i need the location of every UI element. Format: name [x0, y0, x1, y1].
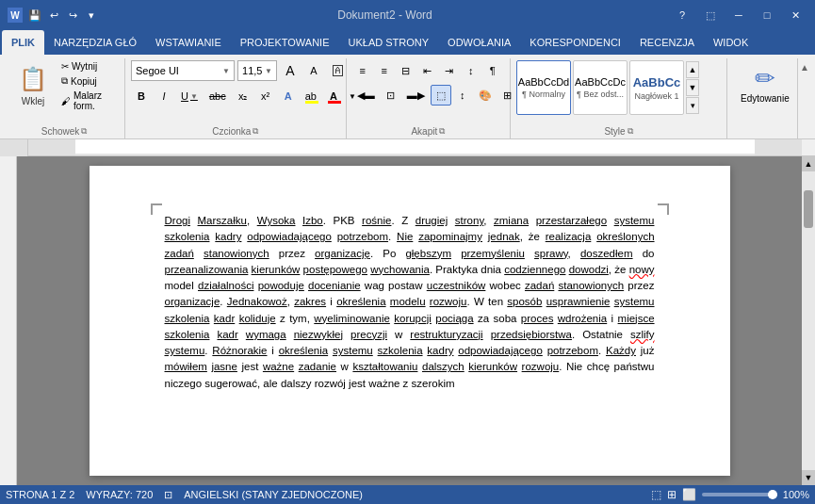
restore-btn[interactable]: □ [755, 3, 779, 27]
copy-label: Kopiuj [71, 76, 97, 87]
tab-wstawianie[interactable]: WSTAWIANIE [146, 30, 231, 55]
vertical-scrollbar[interactable]: ▲ ▼ [802, 156, 815, 485]
styles-scroll-down[interactable]: ▼ [686, 79, 699, 96]
scroll-up-btn[interactable]: ▲ [802, 156, 815, 171]
paragraph-expand-icon[interactable]: ⧉ [439, 126, 445, 137]
style-no-spacing[interactable]: AaBbCcDc ¶ Bez odst... [573, 60, 628, 115]
vertical-ruler[interactable] [0, 156, 17, 485]
paste-button[interactable]: 📋 Wklej [9, 60, 57, 108]
styles-expand-icon[interactable]: ⧉ [628, 126, 633, 137]
tab-korespondencja[interactable]: KORESPONDENCI [520, 30, 630, 55]
help-btn[interactable]: ? [670, 3, 694, 27]
line-spacing-btn[interactable]: ↕ [452, 85, 473, 106]
word-systemu4: systemu [333, 345, 373, 356]
cut-button[interactable]: ✂ Wytnij [58, 60, 119, 73]
word-wdrozenia: wdrożenia [558, 313, 607, 324]
text-effects-btn[interactable]: A [278, 86, 299, 106]
superscript-button[interactable]: x² [255, 86, 276, 106]
scroll-thumb[interactable] [804, 190, 813, 228]
language-display[interactable]: ANGIELSKI (STANY ZJEDNOCZONE) [184, 489, 363, 500]
ribbon-collapse-btn[interactable]: ▲ [798, 58, 811, 138]
underline-button[interactable]: U ▼ [176, 86, 203, 106]
zoom-level[interactable]: 100% [783, 489, 809, 500]
document-text[interactable]: Drogi Marszałku, Wysoka Izbo. PKB rośnie… [165, 213, 655, 392]
shading-btn[interactable]: 🎨 [474, 85, 497, 106]
copy-icon: ⧉ [61, 75, 68, 87]
view-full-btn[interactable]: ⊞ [667, 488, 676, 501]
style-heading1[interactable]: AaBbCc Nagłówek 1 [629, 60, 684, 115]
document-scroll-area[interactable]: Drogi Marszałku, Wysoka Izbo. PKB rośnie… [17, 156, 802, 485]
format-painter-button[interactable]: 🖌 Malarz form. [58, 89, 119, 112]
word-wyeliminowanie: wyeliminowanie [314, 313, 390, 324]
increase-font-size-btn[interactable]: A [280, 60, 301, 81]
font-expand-icon[interactable]: ⧉ [253, 126, 258, 137]
tab-recenzja[interactable]: RECENZJA [630, 30, 704, 55]
word-izbo: Izbo [302, 215, 323, 226]
zoom-slider[interactable] [702, 493, 777, 496]
numbering-btn[interactable]: ≡ [374, 60, 395, 81]
close-btn[interactable]: ✕ [783, 3, 807, 27]
font-size-selector[interactable]: 11,5 ▼ [237, 60, 277, 81]
copy-button[interactable]: ⧉ Kopiuj [58, 74, 119, 88]
word-precyzji: precyzji [350, 329, 387, 340]
align-left-btn[interactable]: ◀▬ [352, 85, 380, 106]
paste-icon: 📋 [18, 62, 48, 96]
font-color-btn[interactable]: A [323, 86, 344, 106]
clipboard-group-label: Schowek ⧉ [9, 124, 119, 137]
word-proces: proces [521, 313, 554, 324]
decrease-font-size-btn[interactable]: A [303, 60, 324, 81]
scroll-track[interactable] [802, 171, 815, 470]
view-print-btn[interactable]: ⬚ [651, 488, 661, 501]
bold-button[interactable]: B [131, 86, 152, 106]
font-name-selector[interactable]: Segoe UI ▼ [131, 60, 235, 81]
word-zmiana: zmiana [494, 215, 529, 226]
collapse-arrow-icon[interactable]: ▲ [800, 62, 809, 73]
decrease-indent-btn[interactable]: ⇤ [417, 60, 438, 81]
tab-narzedzia[interactable]: NARZĘDZIA GŁÓ [44, 30, 146, 55]
align-right-btn[interactable]: ▬▶ [402, 85, 430, 106]
clear-formatting-btn[interactable]: 🄰 [327, 60, 348, 81]
minimize-btn[interactable]: ─ [726, 3, 751, 27]
align-center-btn[interactable]: ⊡ [381, 85, 401, 106]
quick-access-dropdown[interactable]: ▾ [83, 7, 100, 24]
editing-button[interactable]: ✏ Edytowanie [733, 60, 797, 107]
styles-scroll-up[interactable]: ▲ [686, 61, 699, 78]
ruler-horizontal[interactable] [28, 139, 802, 156]
word-przeanalizowania: przeanalizowania [165, 264, 249, 275]
tab-uklad-strony[interactable]: UKŁAD STRONY [339, 30, 439, 55]
zoom-thumb[interactable] [768, 490, 777, 499]
tab-odwolania[interactable]: ODWOŁANIA [438, 30, 520, 55]
ribbon-display-btn[interactable]: ⬚ [698, 3, 723, 27]
ruler-left-margin [28, 139, 75, 155]
text-highlight-btn[interactable]: ab [301, 86, 321, 106]
show-formatting-btn[interactable]: ¶ [482, 60, 503, 81]
tab-projektowanie[interactable]: PROJEKTOWANIE [231, 30, 339, 55]
scroll-down-btn[interactable]: ▼ [802, 470, 815, 485]
italic-button[interactable]: I [154, 86, 174, 106]
undo-quick-btn[interactable]: ↩ [45, 7, 62, 24]
strikethrough-button[interactable]: abc [204, 86, 231, 106]
editing-group: ✏ Edytowanie [727, 58, 798, 138]
sort-btn[interactable]: ↕ [461, 60, 481, 81]
styles-expand-btn[interactable]: ▾ [686, 97, 699, 114]
page-indicator[interactable]: STRONA 1 Z 2 [6, 489, 74, 500]
tab-plik[interactable]: PLIK [2, 30, 44, 55]
bullets-btn[interactable]: ≡ [352, 60, 373, 81]
clipboard-expand-icon[interactable]: ⧉ [81, 126, 87, 137]
word-modelu: modelu [390, 296, 426, 307]
words-count[interactable]: WYRAZY: 720 [86, 489, 153, 500]
increase-indent-btn[interactable]: ⇥ [439, 60, 460, 81]
clipboard-sub-buttons: ✂ Wytnij ⧉ Kopiuj 🖌 Malarz form. [58, 60, 119, 112]
tab-widok[interactable]: WIDOK [704, 30, 758, 55]
view-web-btn[interactable]: ⬜ [682, 488, 696, 501]
painter-label: Malarz form. [73, 90, 116, 111]
justify-btn[interactable]: ⬚ [431, 85, 451, 106]
word-kadry2: kadry [427, 345, 453, 356]
multilevel-btn[interactable]: ⊟ [396, 60, 416, 81]
redo-quick-btn[interactable]: ↪ [64, 7, 81, 24]
page-corner-top-right [658, 203, 669, 215]
save-quick-btn[interactable]: 💾 [26, 7, 43, 24]
style-normal[interactable]: AaBbCcDd ¶ Normalny [516, 60, 571, 115]
title-bar-right: ? ⬚ ─ □ ✕ [670, 3, 807, 27]
subscript-button[interactable]: x₂ [233, 86, 253, 106]
